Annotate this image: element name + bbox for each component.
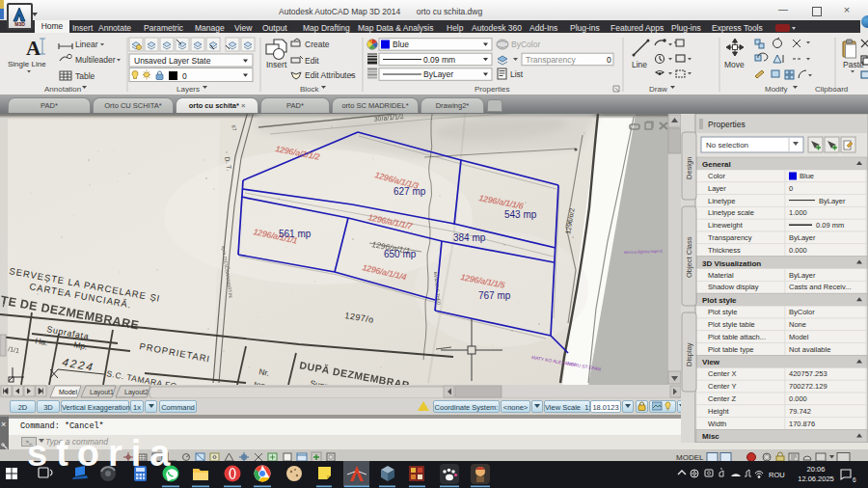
svg-text:67: 67	[231, 124, 237, 131]
svg-text:ByLayer: ByLayer	[789, 233, 816, 242]
svg-text:Color: Color	[708, 172, 725, 180]
svg-text:0.09 mm: 0.09 mm	[816, 221, 844, 230]
svg-text:Center Y: Center Y	[708, 382, 736, 391]
svg-text:12.06.2025: 12.06.2025	[798, 474, 834, 483]
svg-text:767 mp: 767 mp	[478, 290, 511, 301]
svg-text:Display: Display	[685, 342, 693, 366]
svg-text:Move: Move	[724, 60, 745, 69]
svg-text:Blue: Blue	[393, 40, 409, 49]
svg-text:Shadow display: Shadow display	[708, 283, 759, 291]
svg-text:Insert: Insert	[266, 60, 287, 69]
svg-text:Modify: Modify	[765, 85, 788, 94]
svg-text:Center Z: Center Z	[708, 394, 737, 403]
svg-text:ROU: ROU	[769, 471, 785, 479]
svg-text:Edit: Edit	[305, 56, 319, 66]
svg-text:Table: Table	[75, 71, 95, 81]
svg-text:561 mp: 561 mp	[279, 229, 312, 239]
svg-text:Block: Block	[300, 85, 320, 94]
svg-text:Plot style table: Plot style table	[708, 320, 755, 329]
svg-text:Multileader: Multileader	[75, 55, 116, 65]
svg-text:Layers: Layers	[176, 85, 200, 94]
svg-text:Unsaved Layer State: Unsaved Layer State	[134, 56, 211, 66]
svg-text:Casts and Receiv...: Casts and Receiv...	[789, 283, 851, 291]
svg-text:Plot style: Plot style	[702, 296, 737, 305]
svg-text:Center X: Center X	[708, 369, 737, 378]
svg-text:Single Line: Single Line	[8, 60, 46, 68]
svg-text:Annotation: Annotation	[44, 85, 81, 94]
svg-text:Width: Width	[708, 420, 726, 428]
svg-text:Transparency: Transparency	[526, 55, 576, 65]
svg-text:627 mp: 627 mp	[393, 186, 426, 197]
svg-text:Transparency: Transparency	[708, 233, 752, 242]
svg-text:Design: Design	[685, 157, 693, 179]
svg-text:No selection: No selection	[706, 141, 748, 149]
svg-text:A: A	[26, 37, 41, 60]
svg-text:List: List	[510, 69, 524, 79]
svg-text:ByColor: ByColor	[511, 40, 540, 49]
svg-text:0.000: 0.000	[789, 394, 807, 403]
svg-text:Model: Model	[59, 389, 78, 395]
svg-text:3D Visualization: 3D Visualization	[702, 259, 761, 268]
svg-text:Misc: Misc	[702, 432, 719, 441]
svg-text:Height: Height	[708, 407, 730, 416]
svg-text:None: None	[789, 320, 806, 329]
svg-text:Properties: Properties	[475, 85, 509, 94]
svg-text:Plot table type: Plot table type	[708, 345, 754, 354]
svg-text:Plot style: Plot style	[708, 308, 737, 316]
svg-text:Layer: Layer	[708, 184, 726, 193]
svg-text:Material: Material	[708, 271, 734, 280]
svg-text:20:06: 20:06	[807, 465, 826, 474]
svg-text:0: 0	[607, 55, 611, 65]
svg-text:ByColor: ByColor	[789, 308, 815, 316]
svg-text:79.742: 79.742	[789, 407, 811, 416]
svg-text:M3D: M3D	[14, 21, 25, 27]
svg-text:Create: Create	[305, 40, 330, 49]
svg-text:View: View	[702, 358, 720, 366]
svg-text:Model: Model	[789, 333, 809, 341]
svg-text:384 mp: 384 mp	[453, 232, 486, 243]
svg-text:Draw: Draw	[649, 85, 667, 94]
svg-text:1.000: 1.000	[789, 208, 807, 217]
svg-text:543 mp: 543 mp	[504, 209, 537, 220]
svg-text:Line: Line	[632, 60, 647, 69]
svg-text:Nr.: Nr.	[258, 366, 271, 378]
svg-text:ByLayer: ByLayer	[819, 197, 846, 205]
svg-text:Not available: Not available	[789, 345, 830, 354]
svg-text:Linetype: Linetype	[708, 197, 735, 205]
svg-text:General: General	[702, 160, 731, 169]
svg-text:170.876: 170.876	[789, 420, 815, 428]
svg-text:Linear: Linear	[75, 40, 98, 49]
svg-text:0.000: 0.000	[789, 246, 807, 255]
svg-text:Linetype scale: Linetype scale	[708, 208, 754, 217]
svg-text:ByLayer: ByLayer	[423, 69, 453, 79]
svg-text:Properties: Properties	[708, 120, 746, 129]
svg-text:0.09 mm: 0.09 mm	[423, 55, 455, 65]
svg-text:Plot table attach...: Plot table attach...	[708, 333, 766, 341]
svg-text:Layout2: Layout2	[124, 389, 149, 396]
svg-text:Clipboard: Clipboard	[815, 85, 848, 94]
svg-text:ByLayer: ByLayer	[789, 271, 816, 280]
svg-text:Layout1: Layout1	[90, 389, 114, 396]
svg-text:0: 0	[789, 184, 793, 193]
svg-text:0: 0	[182, 71, 187, 81]
svg-text:650 mp: 650 mp	[384, 249, 417, 259]
svg-text:420757.253: 420757.253	[789, 369, 827, 378]
svg-text:700272.129: 700272.129	[789, 382, 827, 391]
svg-text:6: 6	[853, 476, 856, 483]
svg-text:Object Class: Object Class	[685, 236, 693, 278]
svg-text:Blue: Blue	[800, 172, 814, 180]
svg-text:Lineweight: Lineweight	[708, 221, 744, 230]
svg-text:Thickness: Thickness	[708, 246, 741, 255]
svg-text:Edit Attributes: Edit Attributes	[305, 70, 355, 80]
